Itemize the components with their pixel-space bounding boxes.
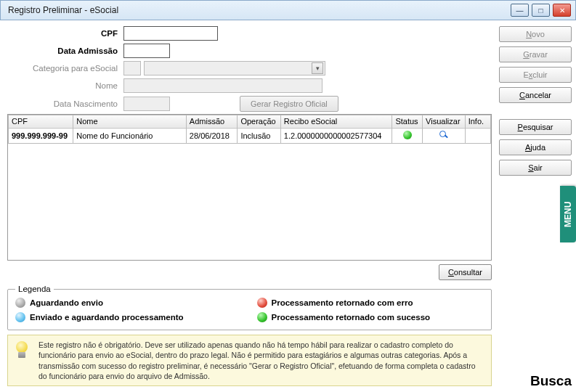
lightbulb-icon [14, 341, 30, 362]
window-title: Registro Preliminar - eSocial [8, 5, 118, 15]
data-nascimento-input [123, 97, 170, 111]
cancelar-button[interactable]: Cancelar [499, 87, 572, 103]
status-success-icon [403, 131, 412, 139]
data-admissao-input[interactable] [123, 44, 170, 58]
window-buttons: — □ ✕ [511, 4, 571, 17]
pesquisar-button[interactable]: Pesquisar [499, 119, 572, 135]
titlebar: Registro Preliminar - eSocial — □ ✕ [0, 0, 576, 20]
status-error-icon [257, 298, 267, 308]
cpf-input[interactable] [123, 26, 218, 41]
info-strip: Este registro não é obrigatório. Deve se… [7, 335, 492, 386]
cell-nome: Nome do Funcionário [73, 128, 187, 143]
row-data-admissao: Data Admissão [7, 44, 492, 59]
legend-box: Legenda Aguardando envio Processamento r… [7, 285, 492, 330]
status-waiting-icon [15, 298, 25, 308]
busca-label[interactable]: Busca [530, 373, 572, 389]
row-nome: Nome [7, 78, 492, 94]
row-data-nascimento: Data Nascimento Gerar Registro Oficial [7, 96, 492, 112]
nome-input [123, 78, 323, 93]
cell-cpf: 999.999.999-99 [9, 128, 73, 143]
maximize-button[interactable]: □ [532, 4, 550, 17]
col-nome[interactable]: Nome [73, 115, 187, 128]
label-categoria: Categoria para eSocial [7, 64, 123, 73]
gerar-registro-button[interactable]: Gerar Registro Oficial [240, 96, 338, 112]
excluir-button[interactable]: Excluir [499, 67, 572, 83]
legend-aguardando: Aguardando envio [15, 298, 243, 308]
info-text: Este registro não é obrigatório. Deve se… [38, 340, 476, 380]
categoria-select: ▾ [144, 61, 325, 75]
cell-recibo: 1.2.0000000000002577304 [280, 128, 392, 143]
cell-operacao: Inclusão [238, 128, 280, 143]
cell-admissao: 28/06/2018 [186, 128, 238, 143]
close-button[interactable]: ✕ [553, 4, 571, 17]
categoria-code-input [123, 61, 141, 75]
label-cpf: CPF [7, 29, 123, 38]
legend-sucesso: Processamento retornado com sucesso [257, 312, 484, 322]
gravar-button[interactable]: Gravar [499, 46, 572, 62]
minimize-button[interactable]: — [511, 4, 529, 17]
chevron-down-icon: ▾ [312, 62, 323, 74]
col-operacao[interactable]: Operação [238, 115, 280, 128]
row-categoria: Categoria para eSocial ▾ [7, 61, 492, 76]
label-data-admissao: Data Admissão [7, 46, 123, 55]
sair-button[interactable]: Sair [499, 160, 572, 176]
col-recibo[interactable]: Recibo eSocial [280, 115, 392, 128]
consultar-button[interactable]: Consultar [439, 264, 492, 280]
cell-status [392, 128, 423, 143]
label-data-nascimento: Data Nascimento [7, 99, 123, 108]
table-header-row: CPF Nome Admissão Operação Recibo eSocia… [9, 115, 491, 128]
status-success-icon [257, 312, 267, 322]
legend-enviado: Enviado e aguardando processamento [15, 312, 243, 322]
table-row[interactable]: 999.999.999-99 Nome do Funcionário 28/06… [9, 128, 491, 143]
legend-erro: Processamento retornado com erro [257, 298, 484, 308]
novo-button[interactable]: Novo [499, 26, 572, 42]
cell-info[interactable] [465, 128, 490, 143]
status-sent-icon [15, 312, 25, 322]
col-status[interactable]: Status [392, 115, 423, 128]
ajuda-button[interactable]: Ajuda [499, 139, 572, 155]
col-info[interactable]: Info. [465, 115, 490, 128]
label-nome: Nome [7, 81, 123, 90]
cell-visualizar[interactable] [423, 128, 466, 143]
col-cpf[interactable]: CPF [9, 115, 73, 128]
magnify-icon [439, 130, 449, 140]
results-grid: CPF Nome Admissão Operação Recibo eSocia… [7, 114, 492, 261]
col-admissao[interactable]: Admissão [186, 115, 238, 128]
menu-tab[interactable]: MENU [560, 186, 576, 242]
row-cpf: CPF [7, 26, 492, 41]
legend-title: Legenda [15, 285, 54, 293]
col-visualizar[interactable]: Visualizar [423, 115, 466, 128]
